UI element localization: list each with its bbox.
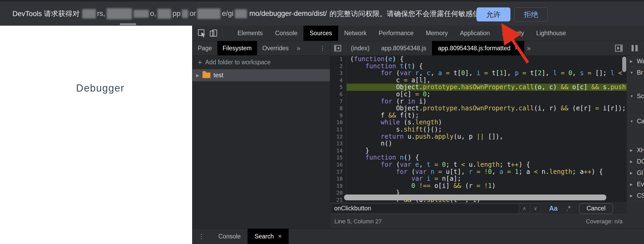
match-case-toggle[interactable]: Aa	[549, 205, 558, 212]
line-number[interactable]: 17	[330, 168, 347, 175]
code-text[interactable]: Object.prototype.hasOwnProperty.call(o, …	[347, 84, 627, 91]
code-line[interactable]: 4 c = a[l],	[330, 77, 627, 84]
code-text[interactable]: }	[347, 147, 627, 154]
horizontal-scrollbar[interactable]	[344, 195, 606, 200]
code-line[interactable]: 3 for (var r, c, a = t[0], i = t[1], p =…	[330, 70, 627, 77]
line-number[interactable]: 2	[330, 63, 347, 70]
search-next-button[interactable]: ∨	[530, 204, 541, 214]
code-line[interactable]: 2 function t(t) {	[330, 63, 627, 70]
line-number[interactable]: 15	[330, 154, 347, 161]
pause-script-button[interactable]	[627, 41, 644, 56]
code-text[interactable]: var i = n[a];	[347, 175, 627, 182]
code-line[interactable]: 11 s.shift()();	[330, 126, 627, 133]
line-number[interactable]: 13	[330, 140, 347, 147]
drawer-more-icon[interactable]: ⋮	[192, 233, 211, 240]
line-number[interactable]: 1	[330, 56, 347, 63]
allow-button[interactable]: 允许	[477, 7, 510, 21]
code-text[interactable]: for (var n = u[t], r = !0, a = 1; a < n.…	[347, 168, 627, 175]
code-text[interactable]: while (s.length)	[347, 119, 627, 126]
tab-console[interactable]: Console	[269, 26, 303, 41]
code-line[interactable]: 6 o[c] = 0;	[330, 91, 627, 98]
file-tabs-overflow-chevron-icon[interactable]: »	[524, 44, 533, 52]
tree-expand-icon[interactable]: ▶	[196, 73, 199, 78]
deny-button[interactable]: 拒绝	[514, 7, 548, 21]
navigator-overflow-chevron-icon[interactable]: »	[294, 44, 303, 52]
line-number[interactable]: 19	[330, 182, 347, 189]
code-line[interactable]: 15 function n() {	[330, 154, 627, 161]
line-number[interactable]: 9	[330, 112, 347, 119]
tab-elements[interactable]: Elements	[231, 26, 269, 41]
tab-memory[interactable]: Memory	[420, 26, 454, 41]
file-tab-app-80954348-js-formatted[interactable]: app.80954348.js:formatted×	[432, 41, 524, 55]
code-text[interactable]: function n() {	[347, 154, 627, 161]
code-text[interactable]: return u.push.apply(u, p || []),	[347, 133, 627, 140]
regex-toggle[interactable]: .*	[566, 204, 571, 213]
debugger-section-xh[interactable]: ▶XH	[627, 144, 644, 156]
debugger-section-wa[interactable]: ▶Wa	[627, 56, 644, 67]
code-line[interactable]: 16 for (var e, t = 0; t < u.length; t++)…	[330, 161, 627, 168]
line-number[interactable]: 20	[330, 189, 347, 196]
debugger-section-do[interactable]: ▶DO	[627, 156, 644, 167]
search-previous-button[interactable]: ∧	[519, 204, 530, 214]
debugger-section-ev[interactable]: ▶Ev	[627, 179, 644, 190]
code-text[interactable]: for (r in i)	[347, 98, 627, 105]
line-number[interactable]: 5	[330, 84, 347, 91]
code-text[interactable]: for (var e, t = 0; t < u.length; t++) {	[347, 161, 627, 168]
tree-item-folder[interactable]: ▶ test	[192, 69, 330, 81]
debugger-section-sc[interactable]: ▼Sc	[627, 91, 644, 102]
line-number[interactable]: 10	[330, 119, 347, 126]
debugger-section-gl[interactable]: ▶Gl	[627, 167, 644, 179]
code-line[interactable]: 13 n()	[330, 140, 627, 147]
line-number[interactable]: 11	[330, 126, 347, 133]
close-icon[interactable]: ×	[515, 44, 518, 52]
code-editor[interactable]: 1(function(e) {2 function t(t) {3 for (v…	[330, 56, 627, 202]
navigator-tab-filesystem[interactable]: Filesystem	[217, 41, 257, 55]
file-tab-app-80954348-js[interactable]: app.80954348.js	[375, 41, 432, 55]
search-input[interactable]	[331, 204, 519, 214]
line-number[interactable]: 8	[330, 105, 347, 112]
line-number[interactable]: 18	[330, 175, 347, 182]
code-line[interactable]: 18 var i = n[a];	[330, 175, 627, 182]
line-number[interactable]: 3	[330, 70, 347, 77]
vertical-scrollbar[interactable]	[622, 57, 626, 72]
code-text[interactable]: function t(t) {	[347, 63, 627, 70]
debugger-section-br[interactable]: ▼Br	[627, 67, 644, 78]
code-line[interactable]: 17 for (var n = u[t], r = !0, a = 1; a <…	[330, 168, 627, 175]
tab-sources[interactable]: Sources	[303, 26, 338, 41]
add-folder-button[interactable]: + Add folder to workspace	[192, 56, 330, 69]
code-line[interactable]: 12 return u.push.apply(u, p || []),	[330, 133, 627, 140]
inspect-element-icon[interactable]	[196, 28, 208, 39]
file-tab-index[interactable]: (index)	[345, 41, 375, 55]
tab-performance[interactable]: Performance	[373, 26, 420, 41]
close-icon[interactable]: ×	[278, 233, 282, 240]
code-line[interactable]: 1(function(e) {	[330, 56, 627, 63]
navigator-tab-overrides[interactable]: Overrides	[257, 41, 294, 55]
code-text[interactable]: f && f(t);	[347, 112, 627, 119]
drawer-tab-search[interactable]: Search×	[248, 229, 289, 244]
code-line[interactable]: 19 0 !== o[i] && (r = !1)	[330, 182, 627, 189]
line-number[interactable]: 6	[330, 91, 347, 98]
code-text[interactable]: 0 !== o[i] && (r = !1)	[347, 182, 627, 189]
debugger-section-cs[interactable]: ▶CS	[627, 190, 644, 201]
tab-application[interactable]: Application	[454, 26, 496, 41]
drawer-tab-console[interactable]: Console	[211, 229, 248, 244]
line-number[interactable]: 14	[330, 147, 347, 154]
hide-navigator-icon[interactable]	[332, 42, 343, 54]
code-text[interactable]: (function(e) {	[347, 56, 627, 63]
line-number[interactable]: 4	[330, 77, 347, 84]
code-text[interactable]: c = a[l],	[347, 77, 627, 84]
line-number[interactable]: 7	[330, 98, 347, 105]
code-line[interactable]: 5 Object.prototype.hasOwnProperty.call(o…	[330, 84, 627, 91]
code-text[interactable]: s.shift()();	[347, 126, 627, 133]
navigator-more-icon[interactable]: ⋮	[319, 44, 326, 52]
code-text[interactable]: n()	[347, 140, 627, 147]
code-line[interactable]: 14 }	[330, 147, 627, 154]
code-line[interactable]: 7 for (r in i)	[330, 98, 627, 105]
code-text[interactable]: Object.prototype.hasOwnProperty.call(i, …	[347, 105, 627, 112]
line-number[interactable]: 12	[330, 133, 347, 140]
debugger-section-ca[interactable]: ▼Ca	[627, 116, 644, 127]
code-line[interactable]: 10 while (s.length)	[330, 119, 627, 126]
tab-lighthouse[interactable]: Lighthouse	[530, 26, 572, 41]
code-text[interactable]: for (var r, c, a = t[0], i = t[1], p = t…	[347, 70, 627, 77]
device-toolbar-icon[interactable]	[208, 28, 219, 39]
